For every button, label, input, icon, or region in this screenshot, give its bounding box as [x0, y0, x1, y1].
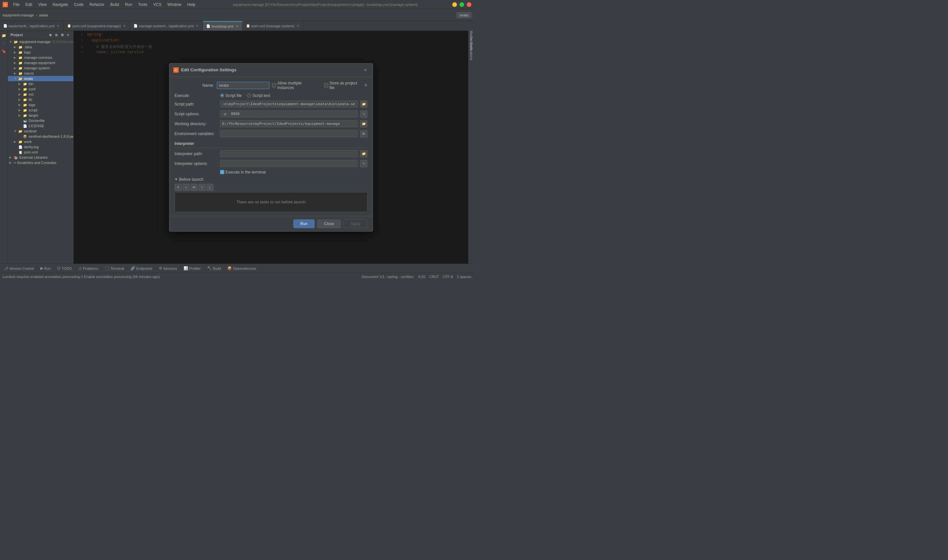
tree-item-manage-system[interactable]: ▶ 📁 manage-system [8, 65, 73, 71]
bottom-profiler[interactable]: 📊 Profiler [181, 266, 203, 271]
script-path-browse-button[interactable]: 📁 [360, 100, 367, 108]
tree-item-dockerfile[interactable]: ▶ 🐋 Dockerfile [8, 118, 73, 123]
tree-item-sentinel[interactable]: ▼ 📂 sentinel [8, 129, 73, 134]
allow-multiple-checkbox[interactable] [272, 83, 276, 88]
bottom-problems[interactable]: ⚠ Problems [76, 266, 101, 271]
tree-item-work[interactable]: ▶ 📁 work [8, 139, 73, 144]
run-button[interactable]: Run [293, 220, 315, 228]
before-launch-empty-message: There are no tasks to run before launch [236, 200, 305, 205]
tree-item-ext[interactable]: ▶ 📁 ext [8, 92, 73, 97]
tree-item-conf[interactable]: ▶ 📁 conf [8, 86, 73, 92]
bottom-terminal[interactable]: ⬛ Terminal [102, 266, 127, 271]
dialog-close-button[interactable]: × [362, 67, 369, 73]
interpreter-options-expand-button[interactable]: ⤡ [360, 160, 367, 167]
bottom-run[interactable]: ▶ Run [38, 266, 53, 271]
close-button[interactable]: Close [317, 220, 341, 228]
before-launch-up-button[interactable]: ↑ [198, 184, 205, 191]
name-input[interactable] [217, 82, 269, 89]
before-launch-add-button[interactable]: + [174, 184, 182, 191]
tree-item-bin[interactable]: ▶ 📁 bin [8, 81, 73, 86]
menu-navigate[interactable]: Navigate [50, 2, 71, 8]
window-title: equipment-manage [D:\YhcResource\myProje… [198, 3, 452, 6]
menu-build[interactable]: Build [108, 2, 122, 8]
bottom-dependencies[interactable]: 📦 Dependencies [225, 266, 259, 271]
before-launch-edit-button[interactable]: ✏ [190, 184, 198, 191]
working-dir-browse-button[interactable]: 📁 [360, 120, 367, 128]
bottom-services[interactable]: ⚙ Services [156, 266, 180, 271]
interpreter-path-browse-button[interactable]: 📁 [360, 150, 367, 157]
script-path-input[interactable] [220, 100, 358, 108]
maximize-button[interactable]: □ [460, 2, 464, 7]
bottom-version-control[interactable]: ⎇ Version Control [1, 266, 37, 271]
tab-pom-xml-2[interactable]: 📋 pom.xml (manage-system) × [243, 21, 304, 31]
tree-item-external-libs[interactable]: ▶ 📚 External Libraries [8, 155, 73, 160]
script-text-radio[interactable] [247, 93, 251, 98]
tab-close[interactable]: × [56, 24, 60, 28]
interpreter-options-input[interactable] [220, 160, 358, 167]
tree-item-logs2[interactable]: ▶ 📁 logs [8, 102, 73, 108]
menu-code[interactable]: Code [71, 2, 86, 8]
bookmarks-icon[interactable]: 🔖 [1, 48, 7, 55]
menu-file[interactable]: File [11, 2, 22, 8]
tree-item-manage-common[interactable]: ▶ 📁 manage-common [8, 55, 73, 60]
tree-item-derby-log[interactable]: ▶ 📄 derby.log [8, 144, 73, 149]
tree-item-logs[interactable]: ▶ 📁 logs [8, 50, 73, 55]
tree-item-target[interactable]: ▶ 📁 target [8, 113, 73, 118]
script-options-input[interactable] [220, 111, 358, 117]
menu-run[interactable]: Run [122, 2, 135, 8]
bottom-endpoints[interactable]: 🔗 Endpoints [128, 266, 155, 271]
menu-vcs[interactable]: VCS [151, 2, 164, 8]
tree-item-idea[interactable]: ▶ 📁 .idea [8, 45, 73, 50]
tab-pom-xml-1[interactable]: 📋 pom.xml (equipment-manage) × [64, 21, 130, 31]
tree-item-pom-root[interactable]: ▶ 📋 pom.xml [8, 149, 73, 155]
before-launch-header[interactable]: ▼ Before launch [174, 177, 367, 182]
tree-close-icon[interactable]: × [65, 32, 71, 37]
menu-window[interactable]: Window [165, 2, 184, 8]
close-button[interactable]: × [467, 2, 471, 7]
script-options-expand-button[interactable]: ⤡ [360, 111, 367, 118]
script-text-option[interactable]: Script text [247, 93, 270, 98]
structure-icon[interactable]: ⋮ [1, 40, 7, 47]
run-config-btn[interactable]: seata [457, 12, 471, 18]
before-launch-down-button[interactable]: ↓ [206, 184, 213, 191]
menu-tools[interactable]: Tools [136, 2, 150, 8]
bottom-build[interactable]: 🔨 Build [205, 266, 223, 271]
bottom-todo[interactable]: ☑ TODO [55, 266, 75, 271]
working-dir-input[interactable] [220, 120, 358, 127]
tree-expand-icon[interactable]: ⊕ [48, 32, 53, 37]
tree-item-equipment-manage[interactable]: ▼ 📂 equipment-manage D:\YhcResource\myPr… [8, 39, 73, 45]
tree-collapse-icon[interactable]: ⊖ [54, 32, 59, 37]
tab-application-yml[interactable]: 📄 equipment\...\application.yml × [0, 21, 64, 31]
tab-bootstrap-yml[interactable]: 📄 bootstrap.yml × [203, 21, 243, 31]
store-project-checkbox[interactable] [324, 83, 328, 88]
apply-button[interactable]: Apply [343, 220, 367, 228]
env-vars-input[interactable] [220, 130, 358, 137]
tree-settings-icon[interactable]: ⚙ [60, 32, 65, 37]
tab-close[interactable]: × [195, 24, 199, 28]
minimize-button[interactable]: − [452, 2, 457, 7]
tree-item-script[interactable]: ▶ 📁 script [8, 108, 73, 113]
tree-item-sentinel-dashboard[interactable]: ▶ 📦 sentinel-dashboard-1.8.6.jar [8, 134, 73, 139]
env-vars-browse-button[interactable]: ⧉ [360, 130, 367, 137]
execute-terminal-checkbox[interactable]: ✓ [220, 170, 224, 174]
tab-close[interactable]: × [235, 24, 239, 29]
tree-item-nacos[interactable]: ▶ 📁 nacos [8, 71, 73, 76]
script-file-radio[interactable] [220, 93, 224, 98]
project-icon[interactable]: 📁 [1, 32, 7, 39]
tab-manage-application[interactable]: 📄 manage-system\...\application.yml × [130, 21, 203, 31]
tab-close[interactable]: × [296, 24, 300, 28]
menu-edit[interactable]: Edit [23, 2, 35, 8]
script-file-option[interactable]: Script file [220, 93, 242, 98]
tree-item-scratches[interactable]: ▶ ✏ Scratches and Consoles [8, 160, 73, 165]
before-launch-remove-button[interactable]: − [182, 184, 190, 191]
interpreter-path-input[interactable] [220, 150, 358, 157]
tree-item-license[interactable]: ▶ 📄 LICENSE [8, 123, 73, 129]
tree-item-manage-equipment[interactable]: ▶ 📁 manage-equipment [8, 60, 73, 65]
menu-view[interactable]: View [36, 2, 49, 8]
menu-refactor[interactable]: Refactor [87, 2, 107, 8]
tree-item-seata[interactable]: ▼ 📂 seata [8, 76, 73, 81]
notifications-icon[interactable]: Notifications [468, 48, 474, 55]
menu-help[interactable]: Help [185, 2, 198, 8]
tree-item-lib[interactable]: ▶ 📁 lib [8, 97, 73, 102]
tab-close[interactable]: × [122, 24, 127, 28]
